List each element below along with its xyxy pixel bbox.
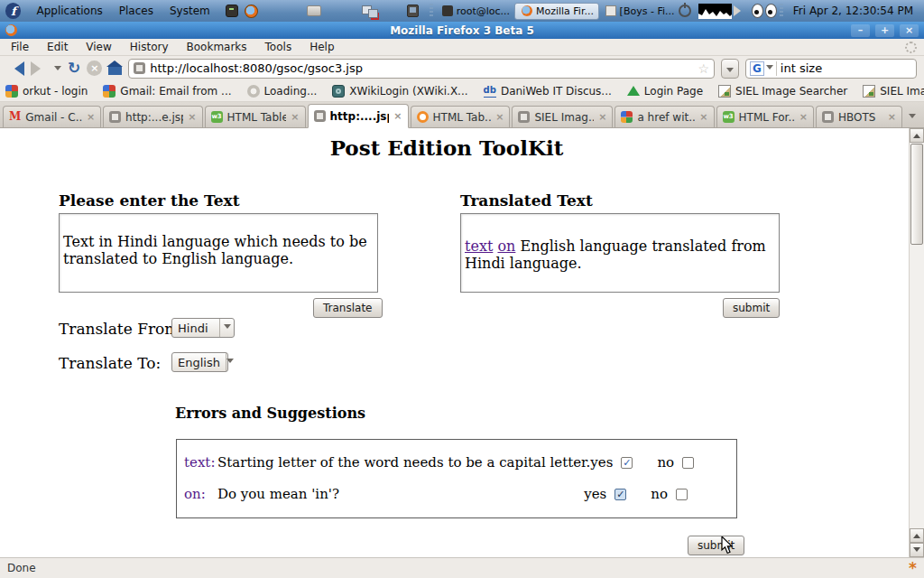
- power-icon[interactable]: [679, 5, 691, 17]
- no-checkbox[interactable]: [682, 457, 694, 469]
- tab-close-icon[interactable]: ×: [291, 111, 299, 123]
- bookmark-login-page[interactable]: Login Page: [627, 85, 703, 98]
- back-button[interactable]: [7, 61, 24, 76]
- reload-button[interactable]: ↻: [68, 61, 80, 76]
- home-button[interactable]: [108, 67, 122, 75]
- source-textarea[interactable]: Text in Hindi language which needs to be…: [59, 213, 378, 293]
- search-input[interactable]: [781, 61, 924, 75]
- translate-button[interactable]: Translate: [313, 298, 383, 318]
- tab-gmail[interactable]: M Gmail - C... ×: [3, 106, 101, 127]
- bookmark-xwiki[interactable]: XWikiLogin (XWiki.X...: [332, 85, 467, 98]
- tab-siel[interactable]: SIEL Imag... ×: [512, 106, 613, 127]
- suggestion-link-text[interactable]: text: [465, 238, 493, 255]
- status-bar: Done *: [0, 557, 924, 578]
- network-disconnected-icon[interactable]: [362, 5, 377, 17]
- tab-close-icon[interactable]: ×: [598, 111, 606, 123]
- printer-status-icon[interactable]: [307, 5, 321, 16]
- tab-gsoc-active[interactable]: http:....jsp ×: [308, 104, 409, 128]
- tab-html-for[interactable]: w3 HTML For... ×: [716, 106, 814, 127]
- tab-list-button[interactable]: [903, 107, 922, 127]
- status-bug-icon[interactable]: *: [909, 562, 917, 574]
- scrollbar-thumb[interactable]: [910, 144, 923, 245]
- menu-places[interactable]: Places: [111, 2, 162, 20]
- translated-heading: Translated Text: [460, 191, 593, 210]
- eyes-applet[interactable]: [752, 4, 777, 18]
- taskbar-item-terminal[interactable]: root@loc...: [436, 3, 514, 20]
- url-input[interactable]: [150, 61, 693, 75]
- tab-html-tab[interactable]: HTML Tab... ×: [411, 106, 511, 127]
- clock[interactable]: Fri Apr 2, 12:30:54 PM: [786, 5, 920, 17]
- error-message: Do you mean 'in'?: [217, 486, 339, 502]
- system-monitor-applet[interactable]: [698, 4, 732, 19]
- tab-ejsp[interactable]: http:...e.jsp ×: [103, 106, 202, 127]
- forward-button[interactable]: [31, 61, 48, 76]
- menu-bookmarks[interactable]: Bookmarks: [178, 39, 256, 55]
- tab-html-tables[interactable]: w3 HTML Tables ×: [205, 106, 306, 127]
- taskbar-item-firefox[interactable]: Mozilla Fir...: [514, 3, 599, 20]
- error-word-link[interactable]: text:: [184, 454, 217, 471]
- tree-icon: [627, 86, 640, 96]
- yes-checkbox[interactable]: ✓: [621, 457, 633, 469]
- bookmark-orkut[interactable]: orkut - login: [5, 85, 88, 98]
- selected-value: English: [172, 353, 226, 371]
- search-bar[interactable]: G: [745, 59, 917, 79]
- taskbar-label: Mozilla Fir...: [536, 5, 594, 17]
- bookmark-star-icon[interactable]: ☆: [698, 61, 709, 76]
- bookmark-daniweb[interactable]: db DaniWeb IT Discus...: [484, 85, 612, 98]
- history-dropdown-icon[interactable]: [54, 66, 61, 74]
- firefox-launcher-icon[interactable]: [245, 5, 258, 18]
- suggestion-link-on[interactable]: on: [497, 238, 515, 255]
- translate-to-select[interactable]: English: [171, 352, 228, 372]
- menu-applications[interactable]: Applications: [28, 2, 110, 20]
- translate-to-label: Translate To:: [59, 354, 161, 372]
- bookmark-loading[interactable]: Loading...: [247, 85, 318, 98]
- bookmark-gmail[interactable]: Gmail: Email from ...: [103, 85, 231, 98]
- menu-view[interactable]: View: [77, 39, 120, 55]
- display-icon[interactable]: [407, 5, 419, 17]
- tab-close-icon[interactable]: ×: [393, 110, 402, 122]
- url-bar[interactable]: ☆: [128, 59, 715, 79]
- tab-close-icon[interactable]: ×: [188, 111, 196, 123]
- yes-checkbox[interactable]: ✓: [614, 489, 626, 500]
- stop-button[interactable]: ×: [87, 61, 102, 76]
- scroll-up-button-bottom[interactable]: [910, 528, 924, 543]
- translated-submit-button[interactable]: submit: [723, 298, 780, 318]
- search-engine-button[interactable]: G: [749, 61, 777, 76]
- w3-icon: w3: [211, 111, 223, 123]
- menu-file[interactable]: File: [2, 39, 38, 55]
- error-row: text: Starting letter of the word needs …: [184, 452, 729, 472]
- volume-icon[interactable]: [734, 5, 746, 16]
- tab-close-icon[interactable]: ×: [888, 111, 896, 123]
- menu-tools[interactable]: Tools: [256, 39, 301, 55]
- vertical-scrollbar[interactable]: [909, 128, 924, 557]
- minimize-button[interactable]: –: [851, 24, 870, 37]
- taskbar-item-boys[interactable]: [Boys - Fi...: [599, 3, 679, 20]
- url-dropdown-button[interactable]: [721, 59, 739, 79]
- error-word-link[interactable]: on:: [184, 486, 217, 502]
- close-button[interactable]: ×: [900, 24, 919, 37]
- tab-close-icon[interactable]: ×: [699, 111, 707, 123]
- scroll-up-button[interactable]: [910, 128, 924, 143]
- fedora-menu-icon[interactable]: f: [5, 3, 21, 19]
- menu-help[interactable]: Help: [300, 39, 343, 55]
- tab-ahref[interactable]: a href wit... ×: [614, 106, 714, 127]
- bookmark-siel-1[interactable]: SIEL Image Searcher: [718, 85, 847, 98]
- translate-from-select[interactable]: Hindi: [171, 318, 235, 338]
- terminal-launcher-icon[interactable]: [226, 5, 239, 17]
- tab-close-icon[interactable]: ×: [799, 111, 808, 123]
- window-titlebar[interactable]: Mozilla Firefox 3 Beta 5 – + ×: [0, 22, 924, 39]
- bookmark-siel-2[interactable]: SIEL Image Searcher: [863, 85, 924, 98]
- translated-textbox[interactable]: text on English language translated from…: [460, 213, 780, 293]
- scroll-down-button[interactable]: [910, 543, 924, 557]
- maximize-button[interactable]: +: [875, 24, 894, 37]
- menu-edit[interactable]: Edit: [38, 39, 77, 55]
- tab-hbots[interactable]: HBOTS ×: [816, 106, 902, 127]
- db-icon: db: [484, 85, 496, 98]
- terminal-mini-icon: [442, 5, 453, 16]
- errors-submit-button[interactable]: submit: [688, 536, 744, 555]
- tab-close-icon[interactable]: ×: [495, 111, 504, 123]
- tab-close-icon[interactable]: ×: [87, 111, 95, 123]
- menu-history[interactable]: History: [121, 39, 178, 55]
- menu-system[interactable]: System: [162, 2, 218, 20]
- no-checkbox[interactable]: [676, 489, 688, 500]
